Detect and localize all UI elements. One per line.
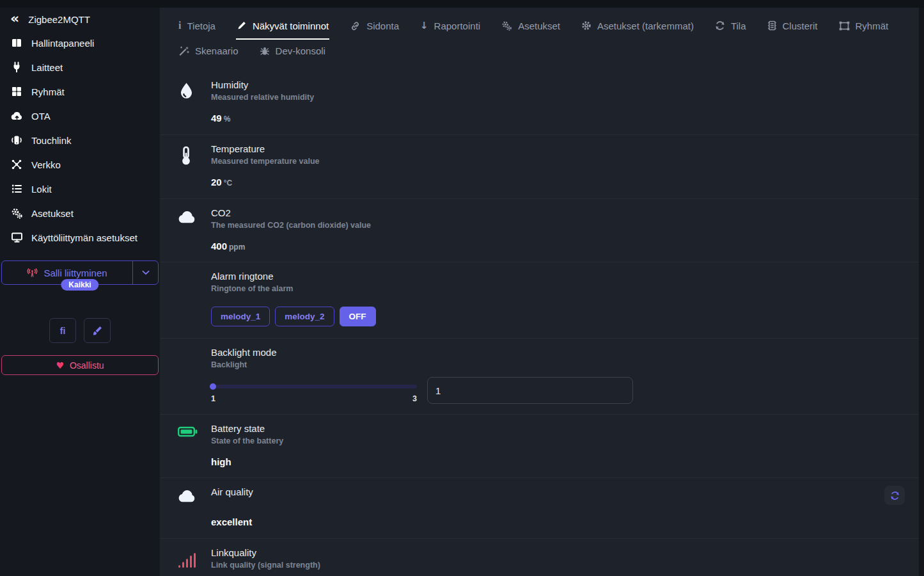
expose-value: 400 bbox=[211, 241, 227, 252]
sidebar-item-label: Laitteet bbox=[31, 62, 63, 73]
gear-icon bbox=[581, 20, 591, 31]
alarm-ringtone-option-melody1[interactable]: melody_1 bbox=[211, 307, 270, 326]
tab-dev-console[interactable]: Dev-konsoli bbox=[259, 40, 326, 65]
expose-unit: ppm bbox=[229, 243, 245, 252]
expose-description: State of the battery bbox=[211, 436, 906, 445]
heart-icon: ♥ bbox=[56, 360, 64, 371]
tab-settings[interactable]: Asetukset bbox=[501, 14, 561, 40]
sidebar-item-groups[interactable]: Ryhmät bbox=[0, 79, 160, 104]
backlight-slider[interactable] bbox=[211, 385, 417, 388]
alarm-ringtone-option-off[interactable]: OFF bbox=[340, 307, 376, 326]
device-tabs: i Tietoja Näkyvät toiminnot Sidonta ↓ Ra… bbox=[160, 8, 924, 65]
theme-button[interactable] bbox=[84, 318, 111, 343]
expose-title: Temperature bbox=[211, 143, 906, 154]
permit-join-dropdown-button[interactable] bbox=[132, 261, 158, 284]
expose-title: Air quality bbox=[211, 486, 906, 497]
expose-row-co2: CO2 The measured CO2 (carbon dioxide) va… bbox=[160, 199, 924, 262]
slider-max-label: 3 bbox=[412, 394, 417, 403]
tab-label: Tila bbox=[731, 20, 746, 31]
sidebar-item-touchlink[interactable]: Touchlink bbox=[0, 128, 160, 152]
sidebar-item-label: Lokit bbox=[31, 184, 52, 195]
chevron-down-icon bbox=[142, 270, 150, 275]
tab-scene[interactable]: Skenaario bbox=[178, 40, 239, 65]
permit-join-label: Salli liittyminen bbox=[43, 268, 107, 278]
bug-icon bbox=[260, 46, 270, 56]
refresh-button[interactable] bbox=[884, 486, 905, 505]
tab-label: Sidonta bbox=[366, 20, 399, 31]
sidebar-item-label: Touchlink bbox=[31, 135, 72, 146]
sidebar-item-logs[interactable]: Lokit bbox=[0, 177, 160, 201]
expose-unit: °C bbox=[224, 179, 232, 188]
expose-row-backlight-mode: Backlight mode Backlight 1 3 bbox=[160, 339, 924, 415]
scrollbar[interactable] bbox=[919, 8, 924, 576]
desktop-icon bbox=[10, 232, 23, 243]
expose-row-linkquality: Linkquality Link quality (signal strengt… bbox=[160, 539, 924, 576]
tab-label: Skenaario bbox=[195, 45, 239, 56]
cloud-upload-icon bbox=[10, 111, 23, 121]
donate-label: Osallistu bbox=[70, 360, 104, 371]
alarm-ringtone-option-melody2[interactable]: melody_2 bbox=[275, 307, 334, 326]
tab-label: Clusterit bbox=[783, 20, 818, 31]
slider-min-label: 1 bbox=[211, 394, 215, 403]
thermometer-icon bbox=[181, 146, 211, 166]
cloud-icon bbox=[178, 489, 211, 503]
donate-button[interactable]: ♥ Osallistu bbox=[1, 355, 159, 375]
expose-title: Humidity bbox=[211, 79, 906, 90]
expose-unit: % bbox=[224, 115, 231, 124]
tab-label: Näkyvät toiminnot bbox=[253, 20, 329, 31]
expose-row-air-quality: Air quality excellent bbox=[160, 478, 924, 539]
expose-row-battery-state: Battery state State of the battery high bbox=[160, 415, 924, 478]
sidebar-item-label: Hallintapaneeli bbox=[31, 38, 94, 49]
plug-icon bbox=[10, 61, 23, 73]
language-button[interactable]: fi bbox=[49, 318, 76, 343]
sidebar-item-settings[interactable]: Asetukset bbox=[0, 201, 160, 225]
sidebar-item-ota[interactable]: OTA bbox=[0, 104, 160, 128]
tab-exposes[interactable]: Näkyvät toiminnot bbox=[236, 14, 329, 40]
tab-settings-specific[interactable]: Asetukset (tarkemmat) bbox=[581, 14, 694, 40]
backlight-slider-thumb[interactable] bbox=[210, 383, 216, 390]
sidebar-item-label: OTA bbox=[31, 111, 51, 122]
sidebar-item-label: Asetukset bbox=[31, 208, 74, 219]
expose-description: Backlight bbox=[211, 360, 906, 369]
sidebar-item-network[interactable]: Verkko bbox=[0, 152, 160, 177]
expose-title: Battery state bbox=[211, 423, 906, 434]
expose-title: CO2 bbox=[211, 207, 906, 218]
arrow-down-icon: ↓ bbox=[420, 20, 428, 31]
tab-label: Raportointi bbox=[434, 20, 481, 31]
device-page: i Tietoja Näkyvät toiminnot Sidonta ↓ Ra… bbox=[160, 0, 924, 576]
gears-icon bbox=[10, 207, 23, 220]
sidebar-item-devices[interactable]: Laitteet bbox=[0, 55, 160, 79]
columns-icon bbox=[10, 37, 23, 49]
sidebar: « Zigbee2MQTT Hallintapaneeli Laitteet R… bbox=[0, 0, 160, 576]
signal-bars-icon bbox=[178, 552, 211, 569]
expose-description: Link quality (signal strength) bbox=[211, 561, 906, 570]
grid-icon bbox=[10, 86, 23, 97]
tab-label: Dev-konsoli bbox=[276, 45, 325, 56]
expose-title: Backlight mode bbox=[211, 347, 906, 358]
tab-clusters[interactable]: Clusterit bbox=[767, 14, 818, 40]
droplet-icon bbox=[178, 82, 211, 101]
cloud-icon bbox=[178, 210, 211, 224]
expose-title: Linkquality bbox=[211, 547, 906, 558]
double-chevron-left-icon: « bbox=[10, 12, 19, 26]
backlight-value-input[interactable] bbox=[427, 377, 633, 404]
expose-value: 49 bbox=[211, 113, 222, 124]
expose-row-alarm-ringtone: Alarm ringtone Ringtone of the alarm mel… bbox=[160, 262, 924, 339]
expose-description: Measured temperature value bbox=[211, 157, 906, 166]
app-title: Zigbee2MQTT bbox=[28, 14, 90, 25]
sync-icon bbox=[890, 491, 900, 500]
object-group-icon bbox=[839, 21, 850, 31]
expose-row-temperature: Temperature Measured temperature value 2… bbox=[160, 135, 924, 199]
magic-wand-icon bbox=[178, 46, 189, 56]
tab-groups[interactable]: Ryhmät bbox=[838, 14, 889, 40]
tab-info[interactable]: i Tietoja bbox=[178, 14, 216, 40]
pencil-icon bbox=[237, 20, 247, 31]
sidebar-item-dashboard[interactable]: Hallintapaneeli bbox=[0, 31, 160, 55]
clusters-icon bbox=[767, 20, 777, 31]
tab-bind[interactable]: Sidonta bbox=[349, 14, 400, 40]
sidebar-item-ui-settings[interactable]: Käyttöliittymän asetukset bbox=[0, 225, 160, 250]
sidebar-item-label: Ryhmät bbox=[31, 86, 65, 97]
sidebar-collapse-button[interactable]: « Zigbee2MQTT bbox=[0, 8, 160, 31]
tab-reporting[interactable]: ↓ Raportointi bbox=[419, 14, 481, 40]
tab-state[interactable]: Tila bbox=[714, 14, 747, 40]
